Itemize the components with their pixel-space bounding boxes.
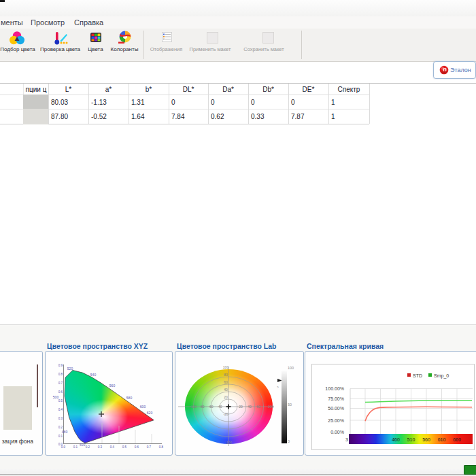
svg-text:600: 600: [140, 405, 146, 409]
svg-text:0.7: 0.7: [58, 381, 63, 385]
svg-text:0.1: 0.1: [73, 445, 78, 449]
svg-text:-80: -80: [199, 405, 204, 409]
svg-text:0.2: 0.2: [58, 426, 63, 429]
svg-text:0.0: 0.0: [61, 445, 66, 449]
svg-text:0.6: 0.6: [58, 390, 63, 394]
svg-text:540: 540: [90, 373, 97, 377]
svg-text:20: 20: [239, 405, 243, 409]
svg-text:560: 560: [109, 384, 116, 388]
svg-text:0.8: 0.8: [58, 373, 63, 376]
svg-text:560: 560: [422, 437, 430, 442]
svg-text:60: 60: [256, 405, 260, 409]
svg-text:-20: -20: [223, 412, 228, 416]
svg-text:0.3: 0.3: [58, 417, 63, 420]
svg-text:0.5: 0.5: [122, 445, 127, 449]
svg-text:400: 400: [80, 443, 86, 447]
svg-text:60: 60: [224, 380, 228, 384]
svg-text:100: 100: [223, 365, 229, 369]
svg-text:480: 480: [62, 430, 68, 434]
svg-text:620: 620: [147, 411, 153, 415]
svg-text:0.6: 0.6: [135, 445, 139, 449]
svg-text:460: 460: [392, 437, 400, 442]
svg-text:0.4: 0.4: [110, 445, 115, 449]
svg-text:20: 20: [224, 395, 228, 399]
svg-text:100: 100: [268, 405, 274, 409]
svg-text:0.5: 0.5: [58, 399, 63, 403]
svg-text:520: 520: [67, 367, 73, 371]
svg-text:610: 610: [438, 437, 446, 442]
svg-text:-100: -100: [225, 441, 232, 445]
svg-text:>: >: [277, 385, 279, 389]
svg-text:0.4: 0.4: [58, 408, 63, 411]
svg-text:40: 40: [224, 388, 228, 392]
svg-text:0.8: 0.8: [159, 445, 164, 449]
svg-text:0.9: 0.9: [58, 364, 63, 367]
svg-text:0.1: 0.1: [58, 435, 63, 438]
svg-text:0.7: 0.7: [147, 445, 152, 449]
svg-text:-100: -100: [190, 405, 197, 409]
svg-text:-40: -40: [217, 405, 222, 409]
svg-text:580: 580: [126, 396, 133, 400]
svg-text:0.3: 0.3: [98, 445, 103, 449]
svg-text:510: 510: [407, 437, 415, 442]
svg-text:660: 660: [453, 437, 461, 442]
svg-text:80: 80: [224, 373, 228, 377]
svg-text:40: 40: [248, 405, 252, 409]
svg-text:0.2: 0.2: [86, 445, 90, 449]
svg-text:-60: -60: [208, 405, 213, 409]
